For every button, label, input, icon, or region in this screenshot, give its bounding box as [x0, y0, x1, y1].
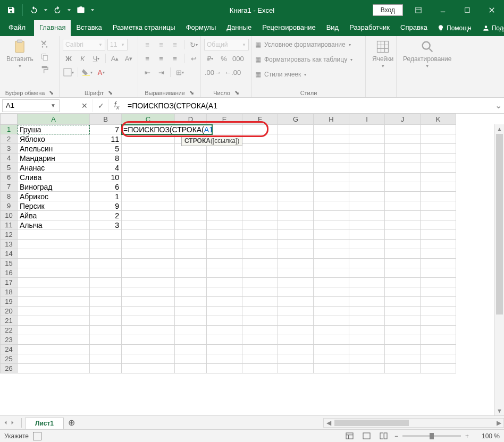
cell-F20[interactable]: [242, 307, 278, 316]
cell-J19[interactable]: [385, 297, 421, 307]
cell-A9[interactable]: Персик: [18, 201, 90, 211]
align-top-icon[interactable]: ≡: [141, 39, 153, 50]
cell-K19[interactable]: [421, 297, 456, 307]
cell-B6[interactable]: 10: [90, 173, 122, 182]
cell-C8[interactable]: [122, 192, 175, 201]
cell-D13[interactable]: [175, 240, 207, 249]
redo-icon[interactable]: [51, 3, 64, 17]
cell-E12[interactable]: [207, 230, 242, 240]
cell-A1[interactable]: Груша: [18, 125, 90, 134]
row-header-26[interactable]: 26: [1, 364, 18, 373]
cell-B11[interactable]: 3: [90, 220, 122, 230]
font-launcher-icon[interactable]: ⬊: [108, 89, 113, 96]
cell-A18[interactable]: [18, 287, 90, 297]
cell-F21[interactable]: [242, 316, 278, 326]
cell-F7[interactable]: [242, 182, 278, 192]
cell-H20[interactable]: [314, 307, 349, 316]
grow-font-button[interactable]: A▴: [109, 53, 121, 64]
name-box[interactable]: A1▼: [2, 99, 60, 112]
cell-D7[interactable]: [175, 182, 207, 192]
cell-I5[interactable]: [349, 163, 385, 173]
cell-I20[interactable]: [349, 307, 385, 316]
underline-button[interactable]: Ч▾: [90, 53, 102, 64]
cell-H16[interactable]: [314, 268, 349, 278]
horizontal-scrollbar[interactable]: ◀▶: [323, 418, 504, 428]
cell-F3[interactable]: [242, 144, 278, 154]
cell-H22[interactable]: [314, 326, 349, 335]
cell-C22[interactable]: [122, 326, 175, 335]
clipboard-launcher-icon[interactable]: ⬊: [49, 89, 54, 96]
cell-F6[interactable]: [242, 173, 278, 182]
cell-D15[interactable]: [175, 259, 207, 268]
cell-D11[interactable]: [175, 220, 207, 230]
cell-D22[interactable]: [175, 326, 207, 335]
cell-F5[interactable]: [242, 163, 278, 173]
cell-B22[interactable]: [90, 326, 122, 335]
cell-F25[interactable]: [242, 354, 278, 364]
row-header-24[interactable]: 24: [1, 345, 18, 354]
cell-G4[interactable]: [278, 154, 314, 163]
cell-D5[interactable]: [175, 163, 207, 173]
zoom-out-icon[interactable]: −: [394, 432, 398, 440]
cell-E9[interactable]: [207, 201, 242, 211]
cell-H25[interactable]: [314, 354, 349, 364]
cell-C15[interactable]: [122, 259, 175, 268]
row-header-18[interactable]: 18: [1, 287, 18, 297]
cell-B23[interactable]: [90, 335, 122, 345]
cell-B17[interactable]: [90, 278, 122, 287]
undo-dropdown-icon[interactable]: [43, 8, 48, 12]
cell-C9[interactable]: [122, 201, 175, 211]
cell-J3[interactable]: [385, 144, 421, 154]
cell-F14[interactable]: [242, 249, 278, 259]
cell-C10[interactable]: [122, 211, 175, 220]
cell-K5[interactable]: [421, 163, 456, 173]
row-header-21[interactable]: 21: [1, 316, 18, 326]
cell-B15[interactable]: [90, 259, 122, 268]
row-header-11[interactable]: 11: [1, 220, 18, 230]
cell-F1[interactable]: [242, 125, 278, 134]
row-header-25[interactable]: 25: [1, 354, 18, 364]
cell-G15[interactable]: [278, 259, 314, 268]
cell-I10[interactable]: [349, 211, 385, 220]
cell-I7[interactable]: [349, 182, 385, 192]
confirm-edit-icon[interactable]: ✓: [93, 99, 108, 112]
cell-A10[interactable]: Айва: [18, 211, 90, 220]
maximize-icon[interactable]: [455, 0, 480, 20]
cell-G1[interactable]: [278, 125, 314, 134]
cell-H26[interactable]: [314, 364, 349, 373]
cell-J18[interactable]: [385, 287, 421, 297]
cell-F23[interactable]: [242, 335, 278, 345]
row-header-23[interactable]: 23: [1, 335, 18, 345]
cell-G22[interactable]: [278, 326, 314, 335]
cell-J15[interactable]: [385, 259, 421, 268]
cell-edit-input[interactable]: =ПОИСКПОЗ(СТРОКА(A1: [122, 125, 212, 134]
cell-H15[interactable]: [314, 259, 349, 268]
cell-H10[interactable]: [314, 211, 349, 220]
cell-B8[interactable]: 1: [90, 192, 122, 201]
cell-E8[interactable]: [207, 192, 242, 201]
select-all-cell[interactable]: [1, 114, 18, 125]
col-header-E[interactable]: E: [207, 114, 242, 125]
cell-I21[interactable]: [349, 316, 385, 326]
cell-I22[interactable]: [349, 326, 385, 335]
row-header-5[interactable]: 5: [1, 163, 18, 173]
cell-B10[interactable]: 2: [90, 211, 122, 220]
cell-D4[interactable]: [175, 154, 207, 163]
cell-E26[interactable]: [207, 364, 242, 373]
cell-E18[interactable]: [207, 287, 242, 297]
row-header-4[interactable]: 4: [1, 154, 18, 163]
cell-J21[interactable]: [385, 316, 421, 326]
cell-E13[interactable]: [207, 240, 242, 249]
cell-K10[interactable]: [421, 211, 456, 220]
cell-J5[interactable]: [385, 163, 421, 173]
tab-view[interactable]: Вид: [321, 20, 345, 36]
cell-B19[interactable]: [90, 297, 122, 307]
insert-function-icon[interactable]: fx: [108, 99, 124, 112]
conditional-formatting-button[interactable]: Условное форматирование: [264, 41, 346, 48]
formula-input[interactable]: =ПОИСКПОЗ(СТРОКА(A1: [124, 99, 492, 112]
cell-G11[interactable]: [278, 220, 314, 230]
cell-H23[interactable]: [314, 335, 349, 345]
cell-C25[interactable]: [122, 354, 175, 364]
cell-G25[interactable]: [278, 354, 314, 364]
cell-A17[interactable]: [18, 278, 90, 287]
